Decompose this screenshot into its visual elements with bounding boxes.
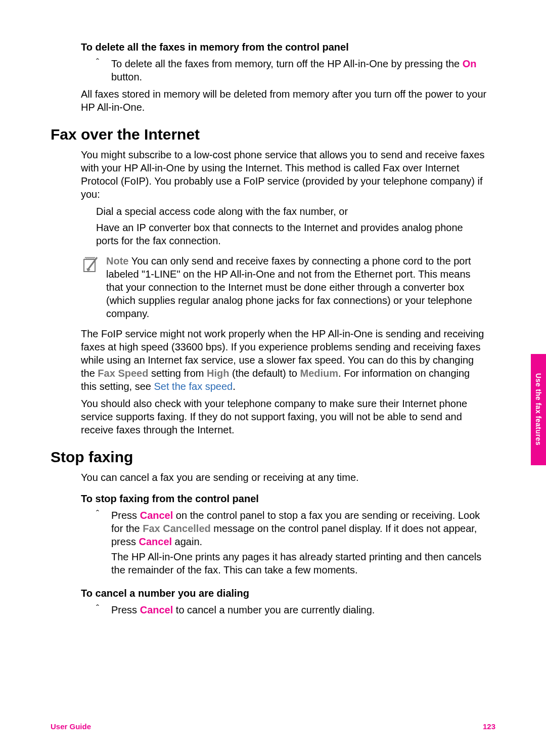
- heading-stop-from-panel: To stop faxing from the control panel: [81, 493, 488, 505]
- note-block: Note You can only send and receive faxes…: [81, 254, 488, 320]
- note-label: Note: [106, 255, 128, 266]
- paragraph: You might subscribe to a low-cost phone …: [81, 148, 488, 201]
- paragraph: The FoIP service might not work properly…: [81, 327, 488, 393]
- cancel-button-label: Cancel: [140, 604, 173, 615]
- list-item: Have an IP converter box that connects t…: [96, 221, 488, 247]
- medium-label: Medium: [300, 368, 339, 379]
- text: You can only send and receive faxes by c…: [106, 255, 472, 319]
- step-cancel-dialing: ˆ Press Cancel to cancel a number you ar…: [96, 603, 488, 616]
- step-text: To delete all the faxes from memory, tur…: [111, 57, 488, 83]
- text: .: [233, 381, 236, 392]
- cancel-button-label: Cancel: [140, 510, 173, 521]
- arrow-bullet-icon: ˆ: [96, 603, 111, 616]
- fax-cancelled-label: Fax Cancelled: [143, 523, 211, 534]
- heading-stop-faxing: Stop faxing: [51, 449, 488, 466]
- heading-delete-faxes: To delete all the faxes in memory from t…: [81, 41, 488, 53]
- paragraph: You can cancel a fax you are sending or …: [81, 471, 488, 484]
- heading-fax-over-internet: Fax over the Internet: [51, 126, 488, 143]
- arrow-bullet-icon: ˆ: [96, 57, 111, 83]
- text: setting from: [148, 368, 207, 379]
- on-button-label: On: [463, 58, 477, 69]
- text: To delete all the faxes from memory, tur…: [111, 58, 463, 69]
- cancel-button-label: Cancel: [139, 536, 172, 547]
- text: (the default) to: [229, 368, 300, 379]
- set-fax-speed-link[interactable]: Set the fax speed: [154, 381, 233, 392]
- step-text: Press Cancel to cancel a number you are …: [111, 603, 375, 616]
- step-stop-faxing: ˆ Press Cancel on the control panel to s…: [96, 509, 488, 576]
- text: The HP All-in-One prints any pages it ha…: [111, 551, 481, 575]
- fax-speed-label: Fax Speed: [98, 368, 148, 379]
- list-item: Dial a special access code along with th…: [96, 205, 488, 218]
- arrow-bullet-icon: ˆ: [96, 509, 111, 576]
- step-delete-faxes: ˆ To delete all the faxes from memory, t…: [96, 57, 488, 83]
- heading-cancel-dialing: To cancel a number you are dialing: [81, 588, 488, 599]
- page-footer: User Guide 123: [51, 722, 495, 731]
- note-icon: [81, 254, 106, 320]
- footer-left: User Guide: [51, 722, 91, 731]
- text: Press: [111, 510, 140, 521]
- paragraph: You should also check with your telephon…: [81, 397, 488, 436]
- text: to cancel a number you are currently dia…: [173, 604, 375, 615]
- paragraph: All faxes stored in memory will be delet…: [81, 87, 488, 114]
- section-tab-label: Use the fax features: [534, 373, 542, 446]
- text: button.: [111, 71, 142, 82]
- note-text: Note You can only send and receive faxes…: [106, 254, 488, 320]
- text: again.: [172, 536, 202, 547]
- section-tab: Use the fax features: [531, 354, 546, 465]
- text: Press: [111, 604, 140, 615]
- step-text: Press Cancel on the control panel to sto…: [111, 509, 488, 576]
- page-number: 123: [483, 722, 495, 731]
- high-label: High: [207, 368, 229, 379]
